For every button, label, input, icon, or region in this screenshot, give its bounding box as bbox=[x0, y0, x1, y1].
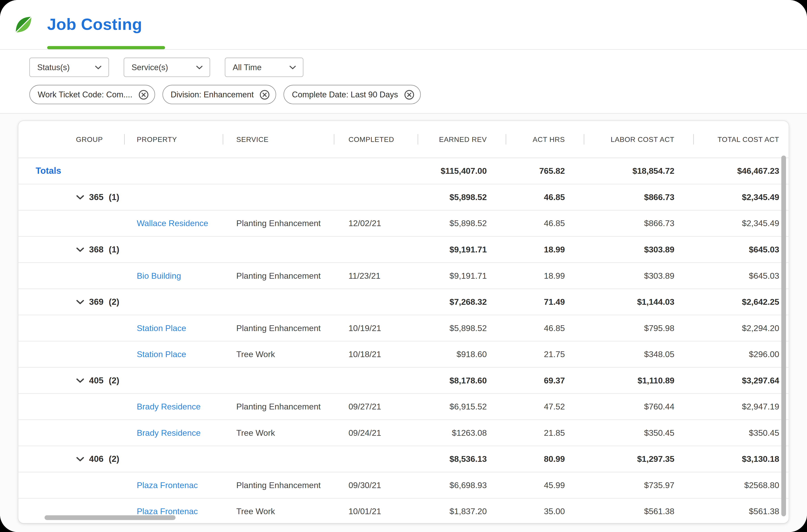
service-cell: Tree Work bbox=[223, 428, 334, 438]
property-link[interactable]: Brady Residence bbox=[137, 402, 201, 411]
group-expand-toggle[interactable]: 368(1) bbox=[76, 245, 119, 255]
act-hrs-cell: 46.85 bbox=[506, 218, 584, 228]
completed-date-cell: 09/30/21 bbox=[334, 480, 418, 490]
service-cell: Planting Enhancement bbox=[223, 480, 334, 490]
earned-rev-cell: $1263.08 bbox=[418, 428, 506, 438]
group-earned-rev: $8,178.60 bbox=[418, 376, 506, 385]
act-hrs-cell: 35.00 bbox=[506, 507, 584, 516]
column-header-act-hrs[interactable]: ACT HRS bbox=[506, 121, 584, 158]
total-cost-act-cell: $561.38 bbox=[693, 507, 789, 516]
column-header-earned-rev[interactable]: EARNED REV bbox=[418, 121, 506, 158]
group-act-hrs: 18.99 bbox=[506, 245, 584, 254]
work-ticket-row: Wallace ResidencePlanting Enhancement12/… bbox=[18, 211, 788, 237]
labor-cost-act-cell: $350.45 bbox=[584, 428, 693, 438]
property-link[interactable]: Plaza Frontenac bbox=[137, 480, 198, 490]
group-number: 365 bbox=[89, 192, 104, 202]
filter-bar: Status(s) Service(s) All Time bbox=[0, 50, 807, 114]
total-cost-act-cell: $296.00 bbox=[693, 349, 789, 359]
group-summary-row: 365(1)$5,898.5246.85$866.73$2,345.49 bbox=[18, 184, 788, 211]
work-ticket-row: Plaza FrontenacPlanting Enhancement09/30… bbox=[18, 472, 788, 499]
group-count: (1) bbox=[109, 192, 119, 202]
group-expand-toggle[interactable]: 365(1) bbox=[76, 192, 119, 202]
group-labor-cost-act: $1,144.03 bbox=[584, 297, 693, 307]
table-card: GROUP PROPERTY SERVICE COMPLETED EARNED … bbox=[18, 121, 788, 523]
service-filter-dropdown[interactable]: Service(s) bbox=[124, 58, 210, 77]
dropdown-row: Status(s) Service(s) All Time bbox=[30, 58, 807, 77]
labor-cost-act-cell: $795.98 bbox=[584, 323, 693, 332]
property-link[interactable]: Brady Residence bbox=[137, 428, 201, 437]
act-hrs-cell: 45.99 bbox=[506, 480, 584, 490]
column-header-group[interactable]: GROUP bbox=[18, 121, 124, 158]
chevron-down-icon bbox=[76, 456, 85, 462]
title-underline bbox=[47, 46, 165, 49]
earned-rev-cell: $5,898.52 bbox=[418, 218, 506, 228]
status-filter-label: Status(s) bbox=[37, 63, 70, 72]
vertical-scrollbar[interactable] bbox=[781, 155, 786, 516]
app-header: Job Costing bbox=[0, 0, 807, 50]
column-header-total-cost-act[interactable]: TOTAL COST ACT bbox=[693, 121, 789, 158]
group-labor-cost-act: $303.89 bbox=[584, 245, 693, 254]
leaf-logo-icon bbox=[13, 14, 35, 36]
service-cell: Planting Enhancement bbox=[223, 402, 334, 411]
chip-label: Work Ticket Code: Com.... bbox=[38, 90, 132, 99]
labor-cost-act-cell: $561.38 bbox=[584, 507, 693, 516]
column-header-service[interactable]: SERVICE bbox=[223, 121, 334, 158]
group-act-hrs: 46.85 bbox=[506, 192, 584, 202]
service-cell: Planting Enhancement bbox=[223, 323, 334, 332]
property-link[interactable]: Station Place bbox=[137, 323, 186, 332]
group-earned-rev: $8,536.13 bbox=[418, 454, 506, 463]
group-earned-rev: $9,191.71 bbox=[418, 245, 506, 254]
chevron-down-icon bbox=[289, 65, 296, 70]
group-earned-rev: $5,898.52 bbox=[418, 192, 506, 202]
earned-rev-cell: $9,191.71 bbox=[418, 271, 506, 280]
group-summary-row: 369(2)$7,268.3271.49$1,144.03$2,642.25 bbox=[18, 289, 788, 316]
column-header-property[interactable]: PROPERTY bbox=[124, 121, 223, 158]
property-link[interactable]: Bio Building bbox=[137, 271, 181, 280]
table-body: 365(1)$5,898.5246.85$866.73$2,345.49Wall… bbox=[18, 184, 788, 523]
content-area: GROUP PROPERTY SERVICE COMPLETED EARNED … bbox=[0, 114, 807, 532]
service-cell: Planting Enhancement bbox=[223, 271, 334, 280]
column-header-completed[interactable]: COMPLETED bbox=[334, 121, 418, 158]
service-cell: Planting Enhancement bbox=[223, 218, 334, 228]
service-cell: Tree Work bbox=[223, 507, 334, 516]
column-header-labor-cost-act[interactable]: LABOR COST ACT bbox=[584, 121, 693, 158]
chevron-down-icon bbox=[76, 299, 85, 305]
group-total-cost-act: $645.03 bbox=[693, 245, 789, 254]
group-count: (2) bbox=[109, 297, 119, 307]
filter-chip-complete-date[interactable]: Complete Date: Last 90 Days bbox=[283, 85, 421, 104]
page-title: Job Costing bbox=[47, 15, 142, 34]
chip-remove-button[interactable] bbox=[138, 89, 149, 100]
property-link[interactable]: Station Place bbox=[137, 349, 186, 358]
horizontal-scrollbar[interactable] bbox=[44, 515, 176, 520]
group-expand-toggle[interactable]: 406(2) bbox=[76, 454, 119, 464]
filter-chip-work-ticket-code[interactable]: Work Ticket Code: Com.... bbox=[30, 85, 155, 104]
group-expand-toggle[interactable]: 405(2) bbox=[76, 375, 119, 385]
earned-rev-cell: $918.60 bbox=[418, 349, 506, 359]
filter-chip-row: Work Ticket Code: Com.... Division: Enha… bbox=[30, 85, 807, 104]
table-header-row: GROUP PROPERTY SERVICE COMPLETED EARNED … bbox=[18, 121, 788, 158]
labor-cost-act-cell: $303.89 bbox=[584, 271, 693, 280]
time-range-dropdown[interactable]: All Time bbox=[225, 58, 304, 77]
group-number: 368 bbox=[89, 245, 104, 255]
status-filter-dropdown[interactable]: Status(s) bbox=[30, 58, 109, 77]
filter-chip-division[interactable]: Division: Enhancement bbox=[162, 85, 276, 104]
earned-rev-cell: $6,698.93 bbox=[418, 480, 506, 490]
chevron-down-icon bbox=[95, 65, 102, 70]
act-hrs-cell: 46.85 bbox=[506, 323, 584, 332]
service-cell: Tree Work bbox=[223, 349, 334, 359]
group-expand-toggle[interactable]: 369(2) bbox=[76, 297, 119, 307]
group-total-cost-act: $3,297.64 bbox=[693, 376, 789, 385]
group-act-hrs: 69.37 bbox=[506, 376, 584, 385]
chip-remove-button[interactable] bbox=[259, 89, 270, 100]
group-total-cost-act: $2,642.25 bbox=[693, 297, 789, 307]
chip-label: Complete Date: Last 90 Days bbox=[292, 90, 398, 99]
chevron-down-icon bbox=[76, 247, 85, 252]
labor-cost-act-cell: $735.97 bbox=[584, 480, 693, 490]
group-number: 405 bbox=[89, 375, 104, 385]
chip-remove-button[interactable] bbox=[404, 89, 414, 100]
group-earned-rev: $7,268.32 bbox=[418, 297, 506, 307]
total-cost-act-cell: $2,947.19 bbox=[693, 402, 789, 411]
service-filter-label: Service(s) bbox=[131, 63, 168, 72]
property-link[interactable]: Plaza Frontenac bbox=[137, 507, 198, 515]
property-link[interactable]: Wallace Residence bbox=[137, 218, 208, 227]
